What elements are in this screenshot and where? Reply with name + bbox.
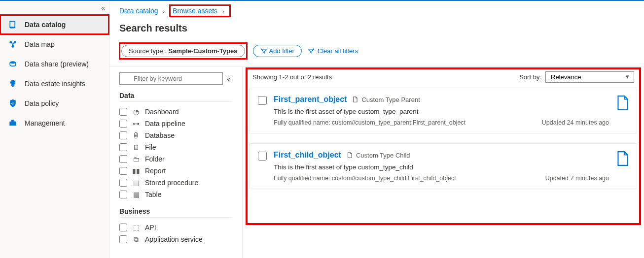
- facet-group-title: Business: [119, 207, 232, 218]
- svg-point-3: [10, 61, 16, 64]
- facet-type-icon: ⬚: [132, 224, 140, 231]
- facet-checkbox[interactable]: [119, 155, 127, 163]
- bulb-icon: [8, 79, 18, 89]
- nav-item-management[interactable]: Management: [0, 113, 109, 133]
- nav-label: Management: [25, 119, 65, 127]
- map-icon: [8, 39, 18, 49]
- facet-item[interactable]: 🛢 Database: [119, 129, 232, 141]
- facet-label: Table: [145, 191, 161, 198]
- facet-panel: « Data ◔ Dashboard ⊶ Data pipeline 🛢 Dat…: [109, 66, 243, 258]
- facet-item[interactable]: ⧉ Application service: [119, 233, 232, 245]
- facet-checkbox[interactable]: [119, 108, 127, 116]
- facet-label: Report: [145, 167, 166, 175]
- facet-collapse-button[interactable]: «: [227, 75, 231, 83]
- result-type-label: Custom Type Parent: [352, 96, 420, 103]
- left-nav: « Data catalog Data map Data share (prev…: [0, 1, 109, 258]
- breadcrumb-current[interactable]: Browse assets: [173, 7, 217, 15]
- result-updated: Updated 7 minutes ago: [545, 175, 609, 182]
- facet-type-icon: 🗎: [132, 143, 140, 151]
- facet-type-icon: ▦: [132, 191, 140, 198]
- document-icon: [346, 152, 353, 159]
- facet-checkbox[interactable]: [119, 167, 127, 175]
- results-header: Showing 1-2 out of 2 results Sort by: Re…: [250, 71, 637, 83]
- nav-item-data-share[interactable]: Data share (preview): [0, 54, 109, 74]
- nav-item-data-catalog[interactable]: Data catalog: [0, 15, 109, 34]
- result-title-link[interactable]: First_child_object: [274, 151, 341, 160]
- sort-select[interactable]: Relevance: [545, 71, 634, 83]
- sort-label: Sort by:: [519, 73, 541, 81]
- facet-checkbox[interactable]: [119, 143, 127, 151]
- nav-item-data-map[interactable]: Data map: [0, 34, 109, 54]
- facet-search-input[interactable]: [119, 72, 223, 85]
- chip-value: Sample-Custom-Types: [169, 47, 238, 55]
- filter-bar: Source type : Sample-Custom-Types Add fi…: [109, 41, 644, 66]
- chevron-right-icon: ›: [222, 8, 224, 14]
- facet-label: Folder: [145, 155, 165, 163]
- facet-label: Data pipeline: [145, 120, 185, 128]
- facet-item[interactable]: ▦ Table: [119, 189, 232, 200]
- facet-item[interactable]: 🗎 File: [119, 141, 232, 153]
- result-description: This is the first asset of type custom_t…: [274, 163, 609, 171]
- facet-type-icon: 🗀: [132, 155, 140, 163]
- result-description: This is the first asset of type custom_t…: [274, 108, 609, 115]
- facet-group-title: Data: [119, 92, 232, 102]
- results-area: Showing 1-2 out of 2 results Sort by: Re…: [243, 66, 644, 258]
- main-content: Data catalog › Browse assets › Search re…: [109, 1, 644, 258]
- clear-filters-label: Clear all filters: [318, 47, 358, 55]
- file-icon: [616, 95, 629, 111]
- facet-type-icon: ▤: [132, 179, 140, 187]
- facet-checkbox[interactable]: [119, 235, 127, 243]
- document-icon: [352, 96, 358, 103]
- add-filter-label: Add filter: [269, 47, 294, 55]
- nav-label: Data map: [25, 40, 55, 48]
- facet-item[interactable]: ◔ Dashboard: [119, 106, 232, 118]
- nav-item-data-policy[interactable]: Data policy: [0, 94, 109, 113]
- page-title: Search results: [109, 20, 644, 41]
- share-icon: [8, 59, 18, 69]
- toolbox-icon: [8, 118, 18, 128]
- facet-item[interactable]: 🗀 Folder: [119, 153, 232, 165]
- facet-checkbox[interactable]: [119, 191, 127, 198]
- facet-label: API: [145, 224, 156, 231]
- facet-label: Application service: [145, 235, 203, 243]
- filter-icon: [260, 48, 267, 55]
- add-filter-button[interactable]: Add filter: [253, 45, 302, 57]
- result-card: First_child_object Custom Type Child Thi…: [250, 143, 637, 189]
- facet-type-icon: ▮▮: [132, 167, 140, 175]
- facet-checkbox[interactable]: [119, 179, 127, 187]
- facet-label: Database: [145, 131, 175, 139]
- file-icon: [616, 151, 629, 166]
- book-icon: [8, 20, 18, 30]
- breadcrumb-root[interactable]: Data catalog: [119, 7, 158, 15]
- nav-label: Data policy: [25, 99, 59, 107]
- result-title-link[interactable]: First_parent_object: [274, 95, 347, 104]
- facet-checkbox[interactable]: [119, 224, 127, 231]
- filter-chip-source-type[interactable]: Source type : Sample-Custom-Types: [121, 45, 245, 57]
- clear-filters-button[interactable]: Clear all filters: [308, 47, 358, 55]
- result-checkbox[interactable]: [258, 152, 267, 161]
- result-card: First_parent_object Custom Type Parent T…: [250, 88, 637, 133]
- result-checkbox[interactable]: [258, 96, 267, 105]
- facet-checkbox[interactable]: [119, 120, 127, 128]
- facet-type-icon: 🛢: [132, 131, 140, 139]
- facet-item[interactable]: ▮▮ Report: [119, 165, 232, 177]
- filter-clear-icon: [308, 48, 315, 55]
- facet-type-icon: ⊶: [132, 120, 140, 128]
- badge-icon: [8, 98, 18, 108]
- nav-item-data-estate-insights[interactable]: Data estate insights: [0, 74, 109, 94]
- chevron-right-icon: ›: [163, 8, 165, 14]
- nav-label: Data share (preview): [25, 60, 89, 68]
- result-updated: Updated 24 minutes ago: [542, 119, 609, 126]
- facet-item[interactable]: ⊶ Data pipeline: [119, 118, 232, 129]
- nav-collapse-button[interactable]: «: [101, 4, 105, 12]
- facet-label: Stored procedure: [145, 179, 198, 187]
- results-count: Showing 1-2 out of 2 results: [252, 73, 332, 81]
- facet-label: File: [145, 143, 156, 151]
- sort-control: Sort by: Relevance: [519, 71, 634, 83]
- nav-label: Data estate insights: [25, 80, 85, 88]
- facet-checkbox[interactable]: [119, 131, 127, 139]
- facet-label: Dashboard: [145, 108, 179, 116]
- facet-item[interactable]: ⬚ API: [119, 222, 232, 233]
- result-fqn: Fully qualified name: custom//custom_typ…: [274, 175, 456, 182]
- facet-item[interactable]: ▤ Stored procedure: [119, 177, 232, 189]
